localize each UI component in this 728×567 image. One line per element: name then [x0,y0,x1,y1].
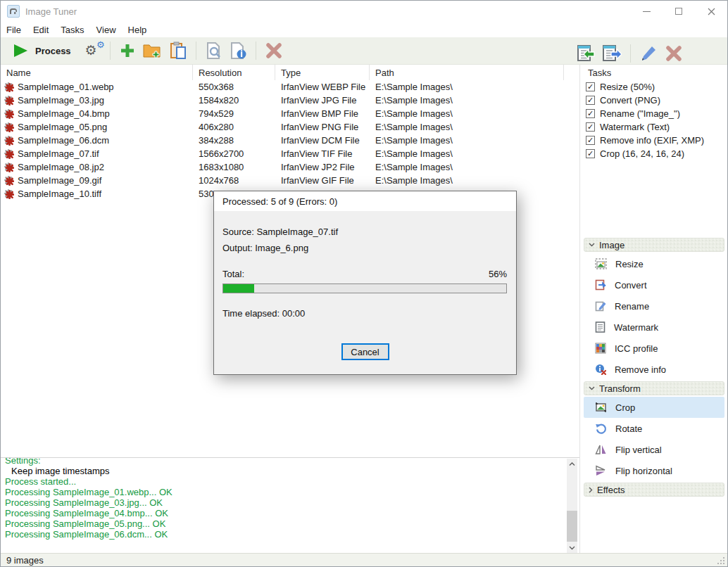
section-header-transform[interactable]: Transform [584,381,724,395]
remove-info-icon [595,364,606,375]
progress-dialog: Processed: 5 of 9 (Errors: 0) Source: Sa… [213,191,517,375]
image-file-icon [4,82,14,92]
menu-item[interactable]: File [6,23,28,37]
process-button[interactable]: Process [6,40,77,61]
log-scrollbar[interactable] [567,459,577,553]
preview-button[interactable] [201,39,226,62]
file-name-cell: SampleImage_05.png [1,122,193,132]
tool-item-resize[interactable]: Resize [584,253,724,274]
info-icon [230,42,247,60]
scroll-up-icon[interactable] [567,459,577,469]
column-header-resolution[interactable]: Resolution [193,65,275,80]
task-checkbox[interactable]: ✓ [586,136,595,145]
tool-item-flip-horizontal[interactable]: Flip horizontal [584,460,724,481]
log-line: Processing SampleImage_06.dcm... OK [5,529,579,540]
resize-grip-icon[interactable] [717,556,726,566]
menu-item[interactable]: Tasks [61,23,91,37]
resize-icon [595,258,607,269]
task-checkbox[interactable]: ✓ [586,122,595,132]
task-item[interactable]: ✓ Resize (50%) [580,80,728,94]
tool-item-crop[interactable]: Crop [584,397,724,418]
close-button[interactable] [695,1,727,22]
file-type: IrfanView TIF File [275,148,370,159]
task-checkbox[interactable]: ✓ [586,96,595,105]
cancel-button[interactable]: Cancel [341,343,389,360]
tool-item-icc-profile[interactable]: ICC profile [584,338,724,359]
table-row[interactable]: SampleImage_08.jp2 1683x1080 IrfanView J… [1,160,579,174]
task-label: Convert (PNG) [600,95,660,106]
table-row[interactable]: SampleImage_05.png 406x280 IrfanView PNG… [1,120,579,134]
menu-item[interactable]: View [96,23,123,37]
file-name-cell: SampleImage_06.dcm [1,135,193,146]
file-name: SampleImage_08.jp2 [18,162,104,172]
import-tasks-icon [575,44,595,63]
table-row[interactable]: SampleImage_01.webp 550x368 IrfanView WE… [1,80,579,94]
delete-task-button[interactable] [661,43,686,64]
task-checkbox[interactable]: ✓ [586,109,595,118]
file-type: IrfanView JPG File [275,95,370,106]
edit-task-button[interactable] [636,42,661,65]
scroll-down-icon[interactable] [567,542,577,553]
file-path: E:\Sample Images\ [370,135,564,146]
settings-button[interactable]: ⚙ ⚙ [85,42,105,60]
scrollbar-thumb[interactable] [567,511,577,542]
maximize-button[interactable] [663,1,695,22]
task-item[interactable]: ✓ Watermark (Text) [580,120,728,134]
tool-item-rotate[interactable]: Rotate [584,418,724,439]
title-bar: Image Tuner [1,1,727,22]
task-item[interactable]: ✓ Remove info (EXIF, XMP) [580,134,728,147]
section-title: Image [599,240,625,250]
image-file-icon [4,163,14,172]
tool-item-rename[interactable]: Rename [584,295,724,317]
table-row[interactable]: SampleImage_07.tif 1566x2700 IrfanView T… [1,147,579,160]
table-row[interactable]: SampleImage_03.jpg 1584x820 IrfanView JP… [1,94,579,107]
export-tasks-button[interactable] [598,42,625,65]
section-header-image[interactable]: Image [584,238,724,252]
table-row[interactable]: SampleImage_06.dcm 384x288 IrfanView DCM… [1,134,579,147]
tool-item-flip-vertical[interactable]: Flip vertical [584,439,724,460]
tool-item-convert[interactable]: Convert [584,274,724,295]
rename-icon [595,300,606,312]
dialog-output: Output: Image_6.png [222,243,308,253]
file-type: IrfanView JP2 File [275,162,370,172]
task-item[interactable]: ✓ Rename ("Image_") [580,107,728,120]
task-checkbox[interactable]: ✓ [586,149,595,158]
menu-item[interactable]: Edit [33,23,56,37]
minimize-button[interactable] [630,1,663,22]
image-file-icon [4,136,14,146]
import-tasks-button[interactable] [572,42,598,65]
file-resolution: 1024x768 [193,175,275,186]
column-header-path[interactable]: Path [370,65,564,80]
column-header-name[interactable]: Name [1,65,193,80]
remove-images-button[interactable] [261,40,287,61]
add-folder-button[interactable] [139,40,165,61]
add-images-button[interactable] [115,40,139,61]
tool-item-watermark[interactable]: Watermark [584,317,724,338]
file-resolution: 406x280 [193,122,275,132]
file-resolution: 384x288 [193,135,275,146]
pencil-icon [639,44,658,63]
task-item[interactable]: ✓ Convert (PNG) [580,94,728,107]
image-file-icon [4,149,14,159]
log-line: Processing SampleImage_04.bmp... OK [5,508,579,518]
gear-icon: ⚙ [85,44,97,57]
flip-horizontal-icon [595,465,607,476]
task-checkbox[interactable]: ✓ [586,82,595,91]
file-resolution: 1566x2700 [193,148,275,159]
tool-item-remove-info[interactable]: Remove info [584,359,724,380]
table-row[interactable]: SampleImage_04.bmp 794x529 IrfanView BMP… [1,107,579,120]
file-name-cell: SampleImage_03.jpg [1,95,193,106]
menu-item[interactable]: Help [128,23,154,37]
task-item[interactable]: ✓ Crop (16, 24, 16, 24) [580,147,728,160]
file-name-cell: SampleImage_04.bmp [1,108,193,119]
progress-bar [222,284,507,293]
image-info-button[interactable] [226,39,251,62]
column-header-type[interactable]: Type [275,65,370,80]
table-row[interactable]: SampleImage_09.gif 1024x768 IrfanView GI… [1,174,579,187]
section-header-effects[interactable]: Effects [584,483,724,497]
paste-button[interactable] [165,39,191,62]
rotate-icon [595,423,607,435]
toolbar-separator [256,42,256,60]
section-title: Transform [599,383,641,394]
app-window: Image Tuner File Edit Tasks View Help Pr… [0,0,728,567]
